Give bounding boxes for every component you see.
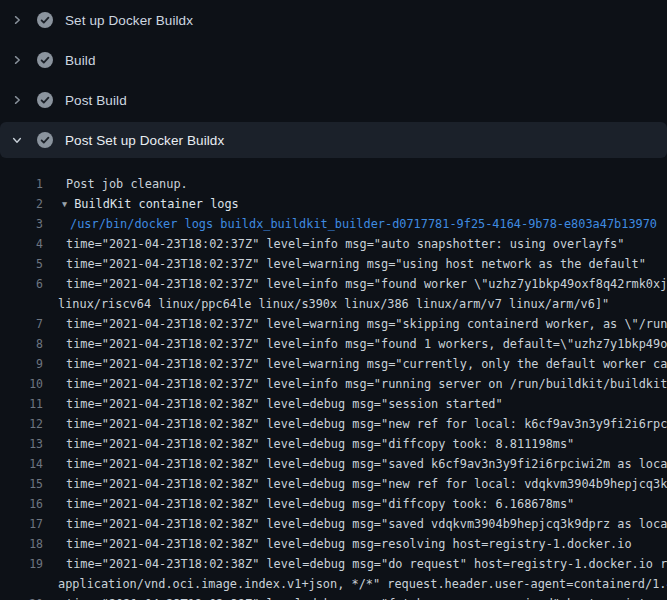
step-title: Post Set up Docker Buildx — [65, 133, 224, 148]
log-line: 4time="2021-04-23T18:02:37Z" level=info … — [0, 234, 667, 254]
line-number[interactable]: 5 — [0, 257, 43, 271]
log-text: application/vnd.oci.image.index.v1+json,… — [58, 577, 667, 591]
check-circle-icon — [37, 132, 53, 148]
step-set-up-docker-buildx[interactable]: Set up Docker Buildx — [0, 2, 667, 38]
log-line: 17time="2021-04-23T18:02:38Z" level=debu… — [0, 514, 667, 534]
line-number[interactable]: 19 — [0, 557, 43, 571]
log-line: 3/usr/bin/docker logs buildx_buildkit_bu… — [0, 214, 667, 234]
log-command-text: /usr/bin/docker logs buildx_buildkit_bui… — [70, 217, 657, 231]
chevron-down-icon — [11, 134, 23, 146]
line-number[interactable]: 17 — [0, 517, 43, 531]
log-line: 14time="2021-04-23T18:02:38Z" level=debu… — [0, 454, 667, 474]
log-group-title[interactable]: BuildKit container logs — [74, 197, 239, 211]
check-circle-icon — [37, 92, 53, 108]
step-post-build[interactable]: Post Build — [0, 82, 667, 118]
line-number[interactable]: 6 — [0, 277, 43, 291]
log-line: 20time="2021-04-23T18:02:38Z" level=debu… — [0, 594, 667, 600]
log-text: Post job cleanup. — [66, 177, 188, 191]
line-number[interactable]: 9 — [0, 357, 43, 371]
log-text: time="2021-04-23T18:02:38Z" level=debug … — [66, 477, 667, 491]
log-text: time="2021-04-23T18:02:38Z" level=debug … — [66, 397, 503, 411]
log-line: application/vnd.oci.image.index.v1+json,… — [0, 574, 667, 594]
line-number[interactable]: 7 — [0, 317, 43, 331]
line-number[interactable]: 1 — [0, 177, 43, 191]
log-line: 10time="2021-04-23T18:02:37Z" level=info… — [0, 374, 667, 394]
line-number[interactable]: 2 — [0, 197, 43, 211]
step-title: Post Build — [65, 93, 127, 108]
line-number[interactable]: 16 — [0, 497, 43, 511]
line-number[interactable]: 10 — [0, 377, 43, 391]
log-line: linux/riscv64 linux/ppc64le linux/s390x … — [0, 294, 667, 314]
log-line: 15time="2021-04-23T18:02:38Z" level=debu… — [0, 474, 667, 494]
log-text: time="2021-04-23T18:02:37Z" level=info m… — [66, 237, 624, 251]
log-text: time="2021-04-23T18:02:37Z" level=warnin… — [66, 317, 667, 331]
triangle-down-icon[interactable]: ▼ — [62, 199, 67, 209]
log-line: 2▼BuildKit container logs — [0, 194, 667, 214]
log-line: 6time="2021-04-23T18:02:37Z" level=info … — [0, 274, 667, 294]
line-number[interactable]: 14 — [0, 457, 43, 471]
log-line: 12time="2021-04-23T18:02:38Z" level=debu… — [0, 414, 667, 434]
log-text: time="2021-04-23T18:02:37Z" level=info m… — [66, 277, 667, 291]
log-line: 8time="2021-04-23T18:02:37Z" level=info … — [0, 334, 667, 354]
log-line: 18time="2021-04-23T18:02:38Z" level=debu… — [0, 534, 667, 554]
log-line: 5time="2021-04-23T18:02:37Z" level=warni… — [0, 254, 667, 274]
check-circle-icon — [37, 52, 53, 68]
log-text: time="2021-04-23T18:02:38Z" level=debug … — [66, 517, 667, 531]
chevron-right-icon — [11, 54, 23, 66]
log-line: 1Post job cleanup. — [0, 174, 667, 194]
chevron-right-icon — [11, 14, 23, 26]
line-number[interactable]: 11 — [0, 397, 43, 411]
log-text: time="2021-04-23T18:02:38Z" level=debug … — [66, 417, 667, 431]
log-text: linux/riscv64 linux/ppc64le linux/s390x … — [58, 297, 609, 311]
line-number[interactable]: 8 — [0, 337, 43, 351]
line-number[interactable]: 4 — [0, 237, 43, 251]
log-text: time="2021-04-23T18:02:37Z" level=warnin… — [66, 257, 646, 271]
log-line: 16time="2021-04-23T18:02:38Z" level=debu… — [0, 494, 667, 514]
step-post-set-up-docker-buildx[interactable]: Post Set up Docker Buildx — [0, 122, 667, 158]
log-text: time="2021-04-23T18:02:38Z" level=debug … — [66, 457, 667, 471]
line-number[interactable]: 3 — [0, 217, 43, 231]
log-line: 9time="2021-04-23T18:02:37Z" level=warni… — [0, 354, 667, 374]
log-text: time="2021-04-23T18:02:37Z" level=info m… — [66, 377, 667, 391]
log-viewer: 1Post job cleanup.2▼BuildKit container l… — [0, 162, 667, 600]
line-number[interactable]: 13 — [0, 437, 43, 451]
log-text: time="2021-04-23T18:02:38Z" level=debug … — [66, 437, 574, 451]
log-text: time="2021-04-23T18:02:38Z" level=debug … — [66, 537, 632, 551]
step-title: Build — [65, 53, 96, 68]
log-line: 7time="2021-04-23T18:02:37Z" level=warni… — [0, 314, 667, 334]
log-text: time="2021-04-23T18:02:38Z" level=debug … — [66, 557, 667, 571]
check-circle-icon — [37, 12, 53, 28]
step-build[interactable]: Build — [0, 42, 667, 78]
line-number[interactable]: 12 — [0, 417, 43, 431]
line-number[interactable]: 15 — [0, 477, 43, 491]
steps-list: Set up Docker Buildx Build Post Build Po… — [0, 0, 667, 158]
step-title: Set up Docker Buildx — [65, 13, 193, 28]
log-text: time="2021-04-23T18:02:37Z" level=warnin… — [66, 357, 667, 371]
log-line: 13time="2021-04-23T18:02:38Z" level=debu… — [0, 434, 667, 454]
log-text: time="2021-04-23T18:02:37Z" level=info m… — [66, 337, 667, 351]
log-text: time="2021-04-23T18:02:38Z" level=debug … — [66, 497, 574, 511]
chevron-right-icon — [11, 94, 23, 106]
log-line: 11time="2021-04-23T18:02:38Z" level=debu… — [0, 394, 667, 414]
log-line: 19time="2021-04-23T18:02:38Z" level=debu… — [0, 554, 667, 574]
line-number[interactable]: 18 — [0, 537, 43, 551]
